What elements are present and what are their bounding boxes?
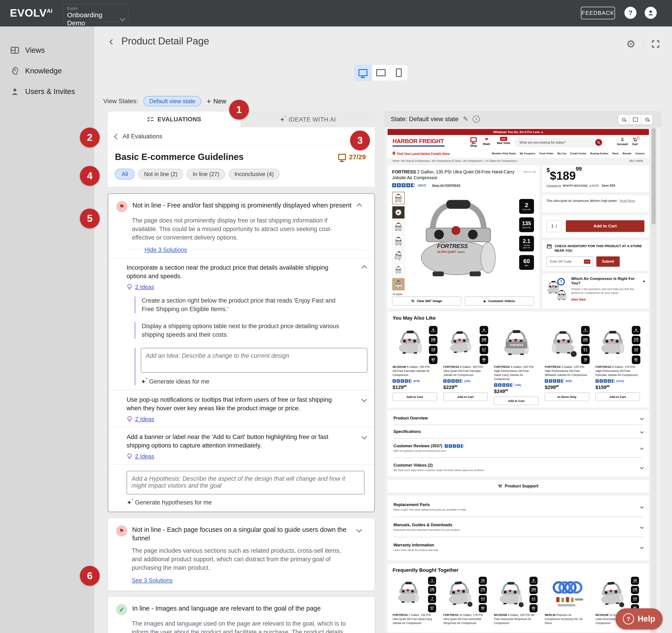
subnav-link[interactable]: Track Order bbox=[539, 152, 554, 155]
subnav-link[interactable]: My Coupons bbox=[520, 152, 535, 155]
nav-new-tools[interactable]: NEW New Tools bbox=[497, 137, 510, 145]
evaluation-card-images-language[interactable]: ✓ In line - Images and language are rele… bbox=[108, 597, 375, 633]
device-phone-button[interactable] bbox=[390, 65, 408, 80]
subnav-link[interactable]: Member-Only Deals bbox=[492, 152, 516, 155]
filter-all[interactable]: All bbox=[115, 169, 135, 179]
generate-ideas-button[interactable]: ✦✧ Generate ideas for me bbox=[141, 378, 366, 385]
fbt-product-accessory-kit[interactable]: MERLIN Premium Air Compressor Accessory … bbox=[545, 575, 594, 625]
product-tile[interactable]: 5GALLON 225MAX PSI 5.1SCFM 78dBA FORTRES… bbox=[545, 324, 594, 405]
compare-link[interactable]: Compare to bbox=[547, 184, 561, 187]
accordion-warranty[interactable]: Warranty Information Learn more about th… bbox=[393, 537, 643, 557]
sidebar-item-users[interactable]: Users & Invites bbox=[0, 81, 94, 102]
product-hero-image[interactable]: FORTRESS ULTRA QUIET SERIES bbox=[410, 195, 507, 291]
scrollbar-thumb[interactable] bbox=[652, 128, 656, 225]
add-to-list-button[interactable]: ♡ Add to List bbox=[519, 170, 536, 174]
expand-icon[interactable] bbox=[361, 396, 367, 402]
device-tablet-button[interactable] bbox=[372, 65, 390, 80]
preview-scrollbar[interactable] bbox=[651, 127, 656, 633]
shop-all-link[interactable]: Shop All FORTRESS bbox=[432, 184, 461, 187]
tile-add-to-cart[interactable]: Add to Cart bbox=[596, 393, 640, 401]
collapse-icon[interactable] bbox=[361, 265, 367, 271]
tile-add-to-cart[interactable]: Add to Cart bbox=[392, 393, 437, 401]
new-view-state-button[interactable]: + New bbox=[207, 97, 226, 106]
zip-submit-button[interactable]: Submit bbox=[596, 256, 620, 267]
ideas-toggle[interactable]: 2 Ideas bbox=[126, 453, 366, 460]
info-icon[interactable]: i bbox=[473, 116, 480, 123]
thumbnail[interactable] bbox=[392, 263, 405, 276]
expand-icon[interactable] bbox=[356, 527, 362, 532]
sidebar-item-views[interactable]: Views bbox=[0, 40, 94, 60]
tile-add-to-cart[interactable]: Add to Cart bbox=[494, 397, 538, 405]
tile-add-to-cart[interactable]: Add to Cart bbox=[443, 393, 488, 401]
more-thumbnails[interactable]: +5 More bbox=[392, 293, 405, 296]
accordion-customer-reviews[interactable]: Customer Reviews (3537) ★★★★★ 99% of cus… bbox=[393, 438, 643, 457]
add-idea-input[interactable] bbox=[141, 348, 367, 373]
subnav-link[interactable]: Parts bbox=[612, 152, 619, 155]
nav-cart[interactable]: 0 Cart bbox=[632, 137, 638, 146]
accordion-specifications[interactable]: Specifications bbox=[393, 425, 643, 438]
product-tile[interactable]: 6GALLON 175MAX PSI 3.0SCFM 81dBA FORTRES… bbox=[596, 324, 644, 405]
quiz-start-now[interactable]: Start Now bbox=[571, 298, 645, 301]
thumbnail-video[interactable]: ▶ bbox=[392, 206, 405, 219]
zoom-in-button[interactable]: + bbox=[641, 115, 653, 125]
device-desktop-button[interactable] bbox=[354, 65, 372, 80]
add-to-cart-button[interactable]: Add to Cart bbox=[566, 220, 644, 232]
all-evaluations-back[interactable]: All Evaluations bbox=[115, 133, 375, 140]
edit-state-icon[interactable]: ✎ bbox=[463, 115, 468, 123]
product-tile[interactable]: 6GALLON 150MAX PSI 2.7SCFM 66dBA FORTRES… bbox=[443, 324, 492, 405]
customer-videos-button[interactable]: ▶Customer Videos bbox=[465, 297, 534, 305]
stepper-arrows[interactable]: ▲▼ bbox=[555, 224, 557, 228]
filter-not-in-line[interactable]: Not in line (2) bbox=[138, 169, 183, 179]
sidebar-item-knowledge[interactable]: Knowledge bbox=[0, 60, 94, 81]
thumbnail-lifestyle[interactable] bbox=[392, 278, 405, 290]
accordion-replacement-parts[interactable]: Replacement Parts Need a part? See what … bbox=[393, 497, 643, 516]
view-360-button[interactable]: ↻View 360° Image bbox=[392, 297, 461, 305]
quantity-stepper[interactable]: 1 ▲▼ bbox=[547, 220, 562, 232]
ideas-toggle[interactable]: 2 Ideas bbox=[126, 416, 366, 423]
subnav-link[interactable]: Buying Guides bbox=[590, 152, 608, 155]
tab-ideate[interactable]: ✦✧ IDEATE WITH AI bbox=[241, 112, 375, 127]
fullscreen-icon[interactable] bbox=[651, 39, 660, 49]
hide-solutions-link[interactable]: Hide 3 Solutions bbox=[145, 246, 187, 253]
nav-shop[interactable]: Shop bbox=[470, 137, 477, 147]
fbt-product[interactable]: 10GALLON 175MAX PSI 4.3SCFM 69dBA FORTRE… bbox=[443, 575, 492, 625]
fbt-product[interactable]: 1GALLON 135MAX PSI .7SCFM 57dBA FORTRESS… bbox=[392, 575, 441, 625]
evaluation-card-shipping[interactable]: ⚑ Not in line - Free and/or fast shippin… bbox=[108, 193, 375, 512]
quiz-title-row[interactable]: Which Air Compressor Is Right For You? ▶ bbox=[571, 277, 645, 285]
help-icon[interactable]: ? bbox=[624, 7, 637, 19]
search-button[interactable] bbox=[595, 139, 602, 146]
review-count[interactable]: (3537) bbox=[418, 184, 426, 187]
tab-evaluations[interactable]: EVALUATIONS bbox=[108, 111, 241, 127]
gear-icon[interactable]: ⚙ bbox=[626, 38, 635, 50]
ideas-toggle[interactable]: 2 Ideas bbox=[126, 283, 366, 290]
breadcrumb[interactable]: Home › Air Tools & Compressors › Air Com… bbox=[392, 159, 518, 162]
account-avatar[interactable] bbox=[645, 7, 657, 19]
feedback-button[interactable]: FEEDBACK bbox=[581, 7, 615, 19]
accordion-manuals[interactable]: Manuals, Guides & Downloads Download and… bbox=[393, 517, 643, 537]
product-tile[interactable]: FORTRESS FORTRESS 4 Gallon, 200 PSI High… bbox=[494, 324, 543, 405]
accordion-product-overview[interactable]: Product Overview bbox=[393, 412, 643, 425]
tile-in-store-only[interactable]: In-Store Only bbox=[545, 393, 589, 401]
fit-screen-button[interactable] bbox=[630, 115, 642, 125]
back-button[interactable]: ‹ bbox=[109, 36, 113, 46]
subnav-link[interactable]: Credit Center bbox=[570, 152, 586, 155]
thumbnail[interactable] bbox=[392, 221, 405, 233]
product-tile[interactable]: 6GALLON 150MAX PSI 2.8SCFM 83dBA MCGRAW … bbox=[392, 324, 441, 405]
subnav-link[interactable]: My List bbox=[557, 152, 566, 155]
view-state-pill[interactable]: Default view state bbox=[143, 96, 201, 106]
project-selector[interactable]: Evolv Onboarding Demo bbox=[63, 4, 128, 22]
hf-search-bar[interactable]: What are you looking for today? bbox=[515, 138, 604, 147]
hf-logo[interactable]: HARBOR FREIGHT bbox=[392, 138, 445, 147]
help-button[interactable]: ? Help bbox=[616, 608, 663, 629]
evaluation-card-singular-goal[interactable]: ⚑ Not in line - Each page focuses on a s… bbox=[108, 518, 375, 591]
store-locator-link[interactable]: Find Your Local Harbor Freight Store bbox=[392, 152, 450, 155]
thumbnail-selected[interactable] bbox=[392, 192, 405, 204]
zoom-out-button[interactable]: − bbox=[618, 115, 630, 125]
subnav-link[interactable]: Careers bbox=[635, 152, 645, 155]
filter-inconclusive[interactable]: Inconclusive (4) bbox=[229, 169, 280, 179]
see-solutions-link[interactable]: See 3 Solutions bbox=[132, 577, 173, 584]
expand-icon[interactable] bbox=[361, 434, 367, 439]
thumbnail[interactable] bbox=[392, 249, 405, 262]
filter-in-line[interactable]: In line (27) bbox=[187, 169, 225, 179]
subnav-link[interactable]: Brands bbox=[623, 152, 631, 155]
